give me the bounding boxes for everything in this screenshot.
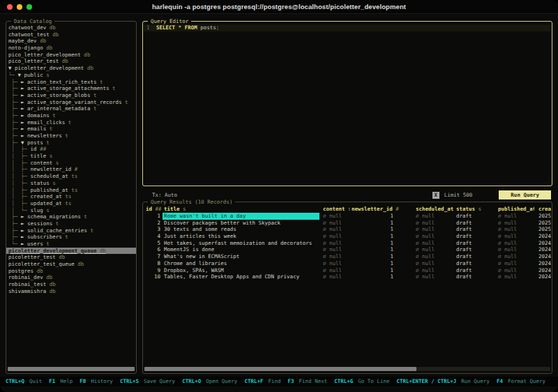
table-cell[interactable]: ∅ null bbox=[405, 273, 455, 280]
table-row[interactable]: 5Hot takes, superfast memoization and de… bbox=[144, 240, 551, 247]
tree-item-domains[interactable]: ├─ ► domains t bbox=[6, 112, 136, 119]
table-cell[interactable]: draft bbox=[456, 253, 484, 260]
table-cell[interactable]: ∅ null bbox=[321, 233, 350, 240]
table-cell[interactable]: Just articles this week bbox=[163, 233, 319, 240]
table-row[interactable]: 9Dropbox, SPAs, WASM∅ null1∅ nulldraft∅ … bbox=[144, 267, 551, 274]
table-cell[interactable]: 1 bbox=[352, 253, 403, 260]
table-cell[interactable]: ∅ null bbox=[405, 213, 455, 220]
chevron-collapsed-icon[interactable]: ► bbox=[21, 126, 27, 132]
table-cell[interactable]: ∅ null bbox=[485, 273, 534, 280]
table-row[interactable]: 6MomentJS is done∅ null1∅ nulldraft∅ nul… bbox=[144, 246, 551, 253]
column-header-content[interactable]: content s bbox=[321, 206, 350, 213]
tree-item-robinai_test[interactable]: robinai_test db bbox=[6, 281, 136, 288]
table-cell[interactable]: ∅ null bbox=[405, 253, 455, 260]
table-cell[interactable]: 3 bbox=[144, 226, 161, 233]
table-cell[interactable]: ∅ null bbox=[485, 240, 534, 247]
table-cell[interactable]: Hot takes, superfast memoization and dec… bbox=[163, 240, 319, 247]
shortcut-help[interactable]: F1Help bbox=[49, 378, 73, 385]
tree-item-action_text_rich_texts[interactable]: ├─ ► action_text_rich_texts t bbox=[6, 79, 136, 86]
column-header-title[interactable]: title s bbox=[163, 206, 319, 213]
column-header-id[interactable]: id ## bbox=[144, 206, 161, 213]
table-cell[interactable]: ∅ null bbox=[405, 246, 455, 253]
tree-item-ar_internal_metadata[interactable]: ├─ ► ar_internal_metadata t bbox=[6, 105, 136, 112]
table-cell[interactable]: 9 bbox=[144, 267, 161, 274]
table-row[interactable]: 4Just articles this week∅ null1∅ nulldra… bbox=[144, 233, 551, 240]
table-cell[interactable]: 2024 bbox=[536, 240, 551, 247]
tree-item-newsletters[interactable]: ├─ ► newsletters t bbox=[6, 133, 136, 140]
tree-item-picoletter_development[interactable]: ▼ picoletter_development db bbox=[6, 65, 136, 72]
chevron-collapsed-icon[interactable]: ► bbox=[21, 105, 27, 112]
chevron-collapsed-icon[interactable]: ► bbox=[21, 112, 27, 119]
table-cell[interactable]: 1 bbox=[352, 273, 403, 280]
table-cell[interactable]: Chrome and libraries bbox=[163, 260, 319, 267]
table-cell[interactable]: ∅ null bbox=[485, 226, 534, 233]
table-cell[interactable]: ∅ null bbox=[405, 260, 455, 267]
table-cell[interactable]: 1 bbox=[352, 267, 403, 274]
chevron-expanded-icon[interactable]: ▼ bbox=[21, 140, 27, 146]
chevron-collapsed-icon[interactable]: ► bbox=[21, 119, 27, 126]
table-cell[interactable]: ∅ null bbox=[321, 260, 350, 267]
chevron-collapsed-icon[interactable]: ► bbox=[21, 99, 27, 105]
column-header-crea[interactable]: crea bbox=[536, 206, 551, 213]
table-cell[interactable]: 1 bbox=[352, 233, 403, 240]
tree-item-newsletter_id[interactable]: │ ├─ newsletter_id # bbox=[6, 166, 136, 173]
table-cell[interactable]: 8 bbox=[144, 260, 161, 267]
table-cell[interactable]: Dropbox, SPAs, WASM bbox=[163, 267, 319, 274]
table-cell[interactable]: draft bbox=[456, 267, 484, 274]
table-cell[interactable]: ∅ null bbox=[405, 267, 455, 274]
table-cell[interactable]: What's new in ECMAScript bbox=[163, 253, 319, 260]
chevron-expanded-icon[interactable]: ▼ bbox=[18, 72, 24, 78]
table-cell[interactable]: ∅ null bbox=[405, 220, 455, 227]
table-cell[interactable]: 30 texts and some reads bbox=[163, 226, 319, 233]
run-query-button[interactable]: Run Query bbox=[499, 190, 551, 199]
transaction-mode-label[interactable]: Tx: Auto bbox=[142, 192, 177, 199]
zoom-window-button[interactable] bbox=[27, 4, 32, 10]
shortcut-open-query[interactable]: CTRL+OOpen Query bbox=[182, 378, 237, 385]
table-cell[interactable]: 7 bbox=[144, 253, 161, 260]
column-header-status[interactable]: status s bbox=[456, 206, 484, 213]
chevron-collapsed-icon[interactable]: ► bbox=[21, 227, 27, 234]
column-header-newsletter_id[interactable]: newsletter_id # bbox=[352, 206, 403, 213]
table-cell[interactable]: ∅ null bbox=[485, 220, 534, 227]
table-cell[interactable]: ∅ null bbox=[405, 233, 455, 240]
table-cell[interactable]: 10 bbox=[144, 273, 161, 280]
query-editor-body[interactable]: 1SELECT * FROM posts; bbox=[144, 24, 551, 185]
table-cell[interactable]: 1 bbox=[352, 240, 403, 247]
shortcut-history[interactable]: F8History bbox=[80, 378, 113, 385]
tree-item-maybe_dev[interactable]: maybe_dev db bbox=[6, 38, 136, 45]
table-cell[interactable]: ∅ null bbox=[485, 253, 534, 260]
tree-item-users[interactable]: └─ ► users t bbox=[6, 241, 136, 248]
tree-item-chatwoot_dev[interactable]: chatwoot_dev db bbox=[6, 24, 136, 31]
tree-item-public[interactable]: └─ ▼ public s bbox=[6, 72, 136, 79]
table-cell[interactable]: ∅ null bbox=[485, 260, 534, 267]
tree-item-email_clicks[interactable]: ├─ ► email_clicks t bbox=[6, 119, 136, 126]
tree-item-content[interactable]: │ ├─ content s bbox=[6, 160, 136, 167]
shortcut-format-query[interactable]: F4Format Query bbox=[497, 378, 545, 385]
table-cell[interactable]: MomentJS is done bbox=[163, 246, 319, 253]
table-cell[interactable]: 2024 bbox=[536, 233, 551, 240]
table-cell[interactable]: 1 bbox=[352, 220, 403, 227]
table-cell[interactable]: 1 bbox=[144, 213, 161, 220]
table-cell[interactable]: ∅ null bbox=[321, 253, 350, 260]
shortcut-find[interactable]: CTRL+FFind bbox=[244, 378, 280, 385]
table-cell[interactable]: 2025 bbox=[536, 213, 551, 220]
close-window-button[interactable] bbox=[7, 4, 13, 10]
table-row[interactable]: 1Rome wasn't built in a day∅ null1∅ null… bbox=[144, 213, 551, 220]
table-row[interactable]: 8Chrome and libraries∅ null1∅ nulldraft∅… bbox=[144, 260, 551, 267]
table-cell[interactable]: ∅ null bbox=[321, 240, 350, 247]
tree-item-pico_letter_development[interactable]: pico_letter_development db bbox=[6, 52, 136, 59]
tree-item-posts[interactable]: ├─ ▼ posts t bbox=[6, 140, 136, 146]
table-cell[interactable]: 1 bbox=[352, 213, 403, 220]
chevron-collapsed-icon[interactable]: ► bbox=[21, 85, 27, 91]
table-cell[interactable]: 2024 bbox=[536, 246, 551, 253]
table-cell[interactable]: draft bbox=[456, 233, 484, 240]
table-cell[interactable]: draft bbox=[456, 273, 484, 280]
column-header-published_at[interactable]: published_at ts bbox=[485, 206, 534, 213]
tree-item-postgres[interactable]: postgres db bbox=[6, 268, 136, 275]
table-cell[interactable]: draft bbox=[456, 220, 484, 227]
table-row[interactable]: 2Discover packages better with Skypack∅ … bbox=[144, 220, 551, 227]
tree-item-picoletter_test_queue[interactable]: picoletter_test_queue db bbox=[6, 261, 136, 268]
chevron-collapsed-icon[interactable]: ► bbox=[21, 241, 27, 247]
table-cell[interactable]: draft bbox=[456, 246, 484, 253]
tree-item-robinai_dev[interactable]: robinai_dev db bbox=[6, 274, 136, 281]
